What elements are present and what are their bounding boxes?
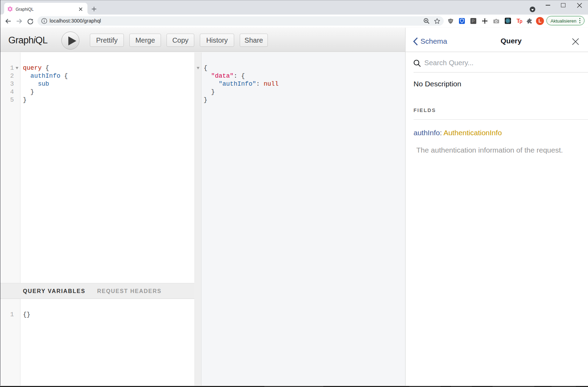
svg-text:uO: uO [449,20,452,22]
